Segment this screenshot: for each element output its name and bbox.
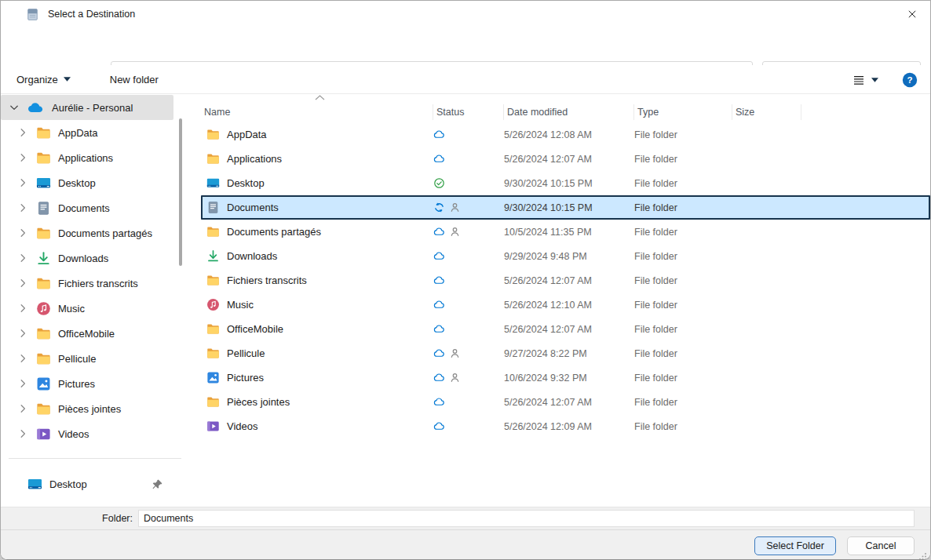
sidebar-item-desktop[interactable]: Desktop — [1, 170, 173, 195]
navigation-bar: Aurélie - Personal — [1, 27, 930, 65]
file-row-pellicule[interactable]: Pellicule9/27/2024 8:22 PMFile folder — [201, 341, 930, 365]
pin-icon — [152, 478, 163, 490]
dropdown-caret-icon — [871, 78, 878, 82]
status-cell — [433, 153, 504, 165]
navigation-pane: Aurélie - PersonalAppDataApplicationsDes… — [1, 94, 189, 507]
file-type: File folder — [634, 324, 732, 335]
folder-name-input[interactable] — [138, 510, 915, 527]
sidebar-item-label: Documents partagés — [58, 227, 152, 239]
date-modified: 9/29/2024 9:48 PM — [504, 251, 634, 262]
file-row-officemobile[interactable]: OfficeMobile5/26/2024 12:07 AMFile folde… — [201, 317, 930, 341]
chevron-right-icon[interactable] — [16, 227, 29, 239]
file-row-documents[interactable]: Documents9/30/2024 10:15 PMFile folder — [201, 195, 930, 220]
file-row-videos[interactable]: Videos5/26/2024 12:09 AMFile folder — [201, 414, 930, 438]
name-cell: OfficeMobile — [201, 322, 433, 336]
view-options-button[interactable] — [846, 69, 885, 91]
status-cell — [433, 323, 504, 335]
new-folder-button[interactable]: New folder — [102, 69, 166, 90]
file-row-pictures[interactable]: Pictures10/6/2024 9:32 PMFile folder — [201, 365, 930, 390]
chevron-down-icon[interactable] — [8, 101, 20, 114]
file-row-appdata[interactable]: AppData5/26/2024 12:08 AMFile folder — [201, 122, 930, 147]
sidebar-item-pictures[interactable]: Pictures — [1, 371, 173, 396]
sidebar-item-documents[interactable]: Documents — [1, 195, 173, 220]
sidebar-item-downloads[interactable]: Downloads — [1, 245, 173, 271]
chevron-right-icon[interactable] — [16, 126, 29, 139]
name-cell: Documents partagés — [201, 225, 433, 238]
column-header-size[interactable]: Size — [732, 104, 801, 120]
column-header-status[interactable]: Status — [433, 104, 504, 120]
sidebar-item-fichiers-transcrits[interactable]: Fichiers transcrits — [1, 271, 173, 296]
file-row-downloads[interactable]: Downloads9/29/2024 9:48 PMFile folder — [201, 244, 930, 268]
date-modified: 9/27/2024 8:22 PM — [504, 348, 634, 359]
help-icon: ? — [902, 72, 918, 88]
pictures-icon — [206, 371, 220, 384]
sidebar-item-label: Videos — [58, 428, 89, 440]
file-type: File folder — [634, 129, 732, 140]
sidebar-item-documents-partag-s[interactable]: Documents partagés — [1, 220, 173, 245]
chevron-right-icon[interactable] — [16, 176, 29, 189]
close-button[interactable] — [894, 1, 930, 27]
file-row-music[interactable]: Music5/26/2024 12:10 AMFile folder — [201, 293, 930, 317]
chevron-right-icon[interactable] — [16, 327, 29, 340]
chevron-right-icon[interactable] — [16, 302, 29, 315]
sidebar-item-label: Fichiers transcrits — [58, 278, 138, 289]
sidebar-item-applications[interactable]: Applications — [1, 145, 173, 170]
chevron-right-icon[interactable] — [16, 151, 29, 164]
title-bar: Select a Destination — [1, 1, 930, 27]
cloud-icon — [433, 275, 445, 286]
sidebar-item-pellicule[interactable]: Pellicule — [1, 346, 173, 371]
sidebar-item-label: OfficeMobile — [58, 328, 115, 340]
organize-button[interactable]: Organize — [9, 69, 78, 90]
sidebar-scrollbar-thumb[interactable] — [179, 118, 182, 266]
select-folder-button[interactable]: Select Folder — [754, 536, 836, 555]
folder-icon — [36, 151, 51, 165]
file-type: File folder — [634, 348, 732, 359]
sidebar-item-videos[interactable]: Videos — [1, 421, 173, 446]
chevron-right-icon[interactable] — [16, 202, 29, 214]
date-modified: 5/26/2024 12:07 AM — [504, 275, 634, 286]
sidebar-item-aur-lie-personal[interactable]: Aurélie - Personal — [1, 95, 173, 120]
sidebar-item-label: Documents — [58, 202, 110, 214]
help-button[interactable]: ? — [902, 72, 918, 88]
resize-grip[interactable] — [918, 550, 927, 558]
column-header-row: NameStatusDate modifiedTypeSize — [201, 101, 930, 122]
videos-icon — [36, 427, 51, 442]
status-cell — [433, 275, 504, 286]
file-rows: AppData5/26/2024 12:08 AMFile folderAppl… — [201, 122, 930, 438]
column-header-type[interactable]: Type — [634, 104, 732, 120]
sidebar-item-music[interactable]: Music — [1, 296, 173, 321]
sidebar-tree: Aurélie - PersonalAppDataApplicationsDes… — [1, 95, 189, 446]
file-row-pi-ces-jointes[interactable]: Pièces jointes5/26/2024 12:07 AMFile fol… — [201, 390, 930, 414]
sidebar-pinned-desktop[interactable]: Desktop — [1, 471, 173, 496]
cloud-icon — [433, 226, 445, 238]
name-cell: Pellicule — [201, 347, 433, 360]
file-row-fichiers-transcrits[interactable]: Fichiers transcrits5/26/2024 12:07 AMFil… — [201, 268, 930, 293]
file-type: File folder — [634, 227, 732, 238]
videos-icon — [206, 420, 220, 433]
file-row-applications[interactable]: Applications5/26/2024 12:07 AMFile folde… — [201, 147, 930, 171]
cancel-button[interactable]: Cancel — [847, 536, 915, 555]
desktop-icon — [36, 176, 51, 191]
file-row-documents-partag-s[interactable]: Documents partagés10/5/2024 11:35 PMFile… — [201, 220, 930, 244]
desktop-icon — [27, 477, 42, 492]
sidebar-item-pi-ces-jointes[interactable]: Pièces jointes — [1, 396, 173, 421]
chevron-right-icon[interactable] — [16, 352, 29, 365]
column-header-date-modified[interactable]: Date modified — [504, 104, 634, 120]
folder-label: Folder: — [1, 513, 133, 524]
chevron-right-icon[interactable] — [16, 427, 29, 440]
chevron-right-icon[interactable] — [16, 252, 29, 264]
chevron-right-icon[interactable] — [16, 277, 29, 289]
cloud-icon — [433, 153, 445, 165]
file-row-desktop[interactable]: Desktop9/30/2024 10:15 PMFile folder — [201, 171, 930, 195]
chevron-right-icon[interactable] — [16, 377, 29, 390]
sidebar-item-label: Pellicule — [58, 353, 96, 365]
chevron-right-icon[interactable] — [16, 402, 29, 415]
sidebar-item-label: Desktop — [58, 177, 96, 189]
name-cell: Fichiers transcrits — [201, 274, 433, 287]
column-header-name[interactable]: Name — [201, 104, 433, 120]
folder-icon — [36, 226, 51, 241]
sidebar-item-officemobile[interactable]: OfficeMobile — [1, 321, 173, 346]
file-type: File folder — [634, 421, 732, 432]
documents-icon — [206, 201, 220, 214]
sidebar-item-appdata[interactable]: AppData — [1, 120, 173, 145]
